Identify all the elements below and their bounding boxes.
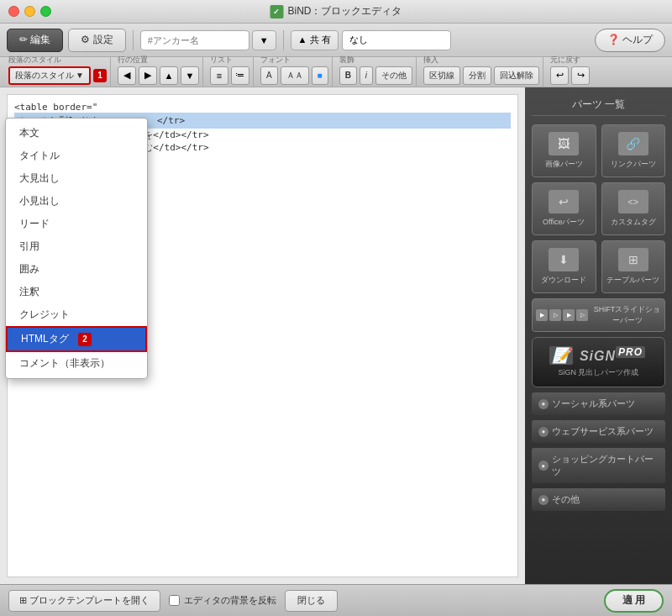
- list-label: リスト: [210, 55, 233, 66]
- shift-slide-icon: ▶▷▶▷: [536, 309, 588, 321]
- menu-item-h2[interactable]: 小見出し: [6, 190, 147, 213]
- window-title: ✓ BiND：ブロックエディタ: [270, 4, 402, 18]
- font-color-btn[interactable]: ■: [312, 66, 328, 85]
- menu-item-box[interactable]: 囲み: [6, 258, 147, 281]
- paragraph-style-dropdown[interactable]: 段落のスタイル ▼: [8, 66, 91, 85]
- custom-tag-icon: <>: [618, 190, 648, 213]
- row-left-btn[interactable]: ◀: [118, 66, 136, 85]
- collapse-arrow-shop: ●: [538, 461, 549, 471]
- share-group: ▲ 共 有: [291, 30, 451, 50]
- paragraph-style-section: 段落のスタイル 段落のスタイル ▼ 1: [5, 57, 111, 87]
- office-parts-btn[interactable]: ↩ Officeパーツ: [532, 182, 596, 235]
- table-parts-label: テーブルパーツ: [606, 275, 659, 286]
- table-icon: ⊞: [618, 248, 648, 271]
- menu-item-note[interactable]: 注釈: [6, 281, 147, 303]
- redo-btn[interactable]: ↪: [571, 66, 590, 85]
- other-decoration-btn[interactable]: その他: [375, 66, 412, 85]
- row-right-btn[interactable]: ▶: [139, 66, 157, 85]
- other-parts-item[interactable]: ● その他: [532, 488, 665, 511]
- insert-row: 区切線 分割 回込解除: [423, 66, 539, 85]
- link-parts-btn[interactable]: 🔗 リンクパーツ: [601, 124, 666, 177]
- anchor-dropdown-btn[interactable]: ▼: [252, 30, 276, 50]
- revert-section: 元に戻す ↩ ↪: [547, 57, 593, 87]
- office-parts-label: Officeパーツ: [543, 217, 585, 228]
- webservice-parts-item[interactable]: ● ウェブサービス系パーツ: [532, 420, 665, 443]
- decoration-section: 装飾 B i その他: [336, 57, 417, 87]
- close-btn[interactable]: 閉じる: [285, 590, 338, 612]
- share-button[interactable]: ▲ 共 有: [291, 30, 339, 50]
- row-position-label: 行の位置: [118, 55, 148, 66]
- menu-item-html-tag[interactable]: HTMLタグ 2: [6, 326, 147, 352]
- menu-item-honbun[interactable]: 本文: [6, 122, 147, 145]
- minimize-window-btn[interactable]: [24, 6, 35, 17]
- social-parts-item[interactable]: ● ソーシャル系パーツ: [532, 392, 665, 415]
- shift-slide-label: SHiFTスライドショーパーツ: [593, 304, 661, 326]
- maximize-window-btn[interactable]: [40, 6, 51, 17]
- image-icon: 🖼: [549, 132, 579, 155]
- font-section: フォント A ＡＡ ■: [257, 57, 333, 87]
- apply-btn[interactable]: 適 用: [604, 589, 664, 613]
- list-ordered-btn[interactable]: ≔: [231, 66, 249, 85]
- office-icon: ↩: [549, 190, 579, 213]
- font-label: フォント: [260, 55, 291, 66]
- dropdown-arrow-icon: ▼: [76, 71, 84, 80]
- sign-pro-logo: 📝 SiGNPRO: [549, 346, 648, 365]
- toolbar-separator-2: [283, 30, 284, 50]
- app-icon: ✓: [270, 5, 283, 18]
- menu-item-lead[interactable]: リード: [6, 213, 147, 235]
- menu-item-comment[interactable]: コメント（非表示）: [6, 352, 147, 375]
- close-window-btn[interactable]: [8, 6, 19, 17]
- decoration-label: 装飾: [339, 55, 354, 66]
- menu-item-title[interactable]: タイトル: [6, 145, 147, 167]
- sign-pro-btn[interactable]: 📝 SiGNPRO SiGN 見出しパーツ作成: [532, 337, 665, 387]
- template-btn[interactable]: ⊞ ブロックテンプレートを開く: [8, 590, 160, 612]
- custom-tag-btn[interactable]: <> カスタムタグ: [601, 182, 666, 235]
- link-icon: 🔗: [618, 132, 648, 155]
- main-toolbar: ✏ 編集 ⚙ 設定 ▼ ▲ 共 有 ❓ ヘルプ: [0, 24, 672, 57]
- settings-button[interactable]: ⚙ 設定: [68, 29, 125, 52]
- sidebar-title: パーツ 一覧: [532, 94, 665, 116]
- shift-slide-btn[interactable]: ▶▷▶▷ SHiFTスライドショーパーツ: [532, 298, 665, 332]
- row-position-row: ◀ ▶ ▲ ▼: [118, 66, 199, 85]
- collapse-arrow-web: ●: [538, 427, 549, 437]
- bold-btn[interactable]: B: [339, 66, 357, 85]
- help-button[interactable]: ❓ ヘルプ: [595, 29, 665, 52]
- sign-pro-label: SiGN 見出しパーツ作成: [558, 367, 638, 378]
- anchor-group: ▼: [140, 30, 276, 50]
- row-down-btn[interactable]: ▼: [181, 66, 199, 85]
- parts-grid: 🖼 画像パーツ 🔗 リンクパーツ ↩ Officeパーツ <> カスタムタグ ⬇…: [532, 124, 665, 387]
- editor-area: <table border=" <tr><td>列1</td> </tr> <t…: [0, 87, 525, 584]
- edit-button[interactable]: ✏ 編集: [7, 29, 63, 52]
- editor-line-1: <table border=": [14, 102, 511, 113]
- list-unordered-btn[interactable]: ≡: [210, 66, 228, 85]
- row-position-section: 行の位置 ◀ ▶ ▲ ▼: [114, 57, 203, 87]
- list-section: リスト ≡ ≔: [207, 57, 254, 87]
- bg-reverse-checkbox[interactable]: [169, 595, 180, 606]
- menu-item-credit[interactable]: クレジット: [6, 303, 147, 326]
- table-parts-btn[interactable]: ⊞ テーブルパーツ: [601, 240, 666, 293]
- anchor-input[interactable]: [140, 30, 249, 50]
- italic-btn[interactable]: i: [360, 66, 373, 85]
- collapse-arrow-social: ●: [538, 399, 549, 409]
- font-a-btn[interactable]: A: [260, 66, 278, 85]
- badge-2: 2: [78, 333, 92, 346]
- menu-item-h1[interactable]: 大見出し: [6, 167, 147, 190]
- undo-btn[interactable]: ↩: [550, 66, 569, 85]
- insert-label: 挿入: [423, 55, 438, 66]
- font-aa-btn[interactable]: ＡＡ: [281, 66, 309, 85]
- split-line-btn[interactable]: 区切線: [423, 66, 460, 85]
- titlebar: ✓ BiND：ブロックエディタ: [0, 0, 672, 24]
- image-parts-label: 画像パーツ: [545, 159, 583, 170]
- row-up-btn[interactable]: ▲: [160, 66, 178, 85]
- unwrap-btn[interactable]: 回込解除: [494, 66, 539, 85]
- shopping-parts-item[interactable]: ● ショッピングカートパーツ: [532, 448, 665, 483]
- download-parts-btn[interactable]: ⬇ ダウンロード: [532, 240, 596, 293]
- menu-item-quote[interactable]: 引用: [6, 235, 147, 258]
- split-btn[interactable]: 分割: [463, 66, 491, 85]
- list-row: ≡ ≔: [210, 66, 249, 85]
- revert-row: ↩ ↪: [550, 66, 590, 85]
- image-parts-btn[interactable]: 🖼 画像パーツ: [532, 124, 596, 177]
- badge-1: 1: [93, 69, 107, 82]
- share-input[interactable]: [342, 30, 451, 50]
- collapse-arrow-other: ●: [538, 495, 549, 505]
